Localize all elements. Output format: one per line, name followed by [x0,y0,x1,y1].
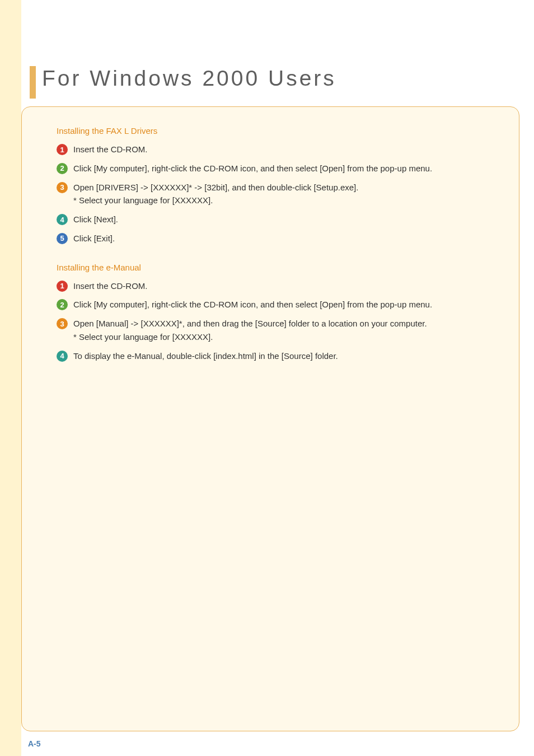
heading-accent-tab [30,66,36,99]
drivers-step-3: 3 Open [DRIVERS] -> [XXXXXX]* -> [32bit]… [57,181,491,207]
step-text: Insert the CD-ROM. [73,143,148,156]
section-spacer [57,251,491,263]
section-title-drivers: Installing the FAX L Drivers [57,126,491,136]
step-text: Open [DRIVERS] -> [XXXXXX]* -> [32bit], … [73,181,358,207]
step-number-icon: 2 [57,163,68,174]
step-text: Insert the CD-ROM. [73,280,148,292]
page-heading: For Windows 2000 Users [42,66,336,91]
step-number-icon: 1 [57,144,68,155]
left-margin-bar [0,0,21,756]
drivers-step-1: 1 Insert the CD-ROM. [57,143,491,156]
step-text: Click [Exit]. [73,232,115,245]
step-number-icon: 1 [57,281,68,292]
drivers-step-2: 2 Click [My computer], right-click the C… [57,162,491,175]
step-number-icon: 5 [57,233,68,244]
emanual-step-3: 3 Open [Manual] -> [XXXXXX]*, and then d… [57,318,491,343]
page-number: A-5 [28,739,41,748]
step-number-icon: 3 [57,318,68,329]
content-panel: Installing the FAX L Drivers 1 Insert th… [21,106,519,731]
page: For Windows 2000 Users Installing the FA… [0,0,534,756]
step-number-icon: 4 [57,214,68,225]
step-text: Open [Manual] -> [XXXXXX]*, and then dra… [73,318,427,343]
step-text-main: Open [Manual] -> [XXXXXX]*, and then dra… [73,319,427,328]
step-text-sub: * Select your language for [XXXXXX]. [73,331,427,343]
step-text: To display the e-Manual, double-click [i… [73,350,338,362]
step-text-sub: * Select your language for [XXXXXX]. [73,194,358,207]
emanual-step-2: 2 Click [My computer], right-click the C… [57,298,491,311]
step-text: Click [My computer], right-click the CD-… [73,298,432,311]
step-number-icon: 3 [57,182,68,193]
drivers-step-4: 4 Click [Next]. [57,213,491,226]
step-text: Click [My computer], right-click the CD-… [73,162,432,175]
drivers-step-5: 5 Click [Exit]. [57,232,491,245]
section-title-emanual: Installing the e-Manual [57,263,491,272]
step-text-main: Open [DRIVERS] -> [XXXXXX]* -> [32bit], … [73,183,358,192]
step-text: Click [Next]. [73,213,118,226]
emanual-step-4: 4 To display the e-Manual, double-click … [57,350,491,362]
step-number-icon: 2 [57,299,68,310]
step-number-icon: 4 [57,351,68,362]
emanual-step-1: 1 Insert the CD-ROM. [57,280,491,292]
